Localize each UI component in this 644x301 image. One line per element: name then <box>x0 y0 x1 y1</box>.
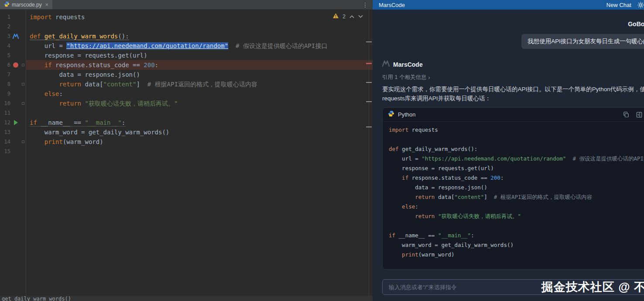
new-chat-button[interactable]: New Chat <box>606 2 631 8</box>
gutter-line[interactable]: 9 <box>0 89 26 99</box>
chat-panel-header: MarsCode New Chat − <box>373 0 644 10</box>
reference-label: 引用 1 个相关信息 <box>382 74 426 81</box>
code-token <box>30 62 45 68</box>
code-token: requests <box>408 127 438 133</box>
code-line: return "获取暖心话失败，请稍后再试。" <box>389 212 644 221</box>
code-token: # 假设这是提供暖心话的API接口 <box>236 42 327 49</box>
run-icon[interactable] <box>10 120 21 125</box>
gutter-line[interactable]: 13 <box>0 127 26 137</box>
code-line: else: <box>389 202 644 212</box>
line-number[interactable]: 12 <box>0 120 10 126</box>
code-token: return <box>415 213 438 219</box>
user-message-bubble: 我想使用API接口为女朋友每日生成一句暖心的话 <box>521 34 644 49</box>
tab-title: marscode.py <box>12 2 42 8</box>
code-block-content[interactable]: import requestsdef get_daily_warm_words(… <box>383 122 644 270</box>
line-number[interactable]: 5 <box>0 52 10 58</box>
fold-marker[interactable] <box>21 64 25 66</box>
tab-marscode-py[interactable]: marscode.py × <box>0 0 52 9</box>
error-stripe-mark[interactable] <box>366 101 372 102</box>
code-line: return data["content"] # 根据API返回的格式，提取暖心… <box>26 79 373 89</box>
gutter-line[interactable]: 8 <box>0 79 26 89</box>
marscode-chat-panel: MarsCode New Chat − GoBoy 我想使用API接口为女朋友每… <box>373 0 644 301</box>
marscode-logo <box>382 60 390 68</box>
code-editor-area[interactable]: import requestsdef get_daily_warm_words(… <box>26 10 373 296</box>
line-number[interactable]: 14 <box>0 139 10 145</box>
line-number[interactable]: 4 <box>0 43 10 49</box>
gutter-line[interactable]: 10 <box>0 99 26 108</box>
code-token <box>30 100 59 107</box>
code-token: : <box>415 203 418 210</box>
gutter-line[interactable]: 6 <box>0 60 26 70</box>
fold-marker[interactable] <box>21 102 25 105</box>
gutter-line[interactable]: 4 <box>0 41 26 51</box>
right-margin-guide <box>369 10 369 296</box>
code-line: data = response.json() <box>26 70 373 79</box>
code-token: url = <box>30 42 66 49</box>
code-line: import requests <box>389 125 644 135</box>
code-token: data[ <box>438 194 455 200</box>
code-token: __name__ == <box>41 119 85 126</box>
code-token: import <box>389 127 408 133</box>
code-token: warm_word = get_daily_warm_words() <box>30 129 169 136</box>
copy-icon[interactable] <box>623 112 629 118</box>
line-number[interactable]: 6 <box>0 62 10 68</box>
editor-gutter[interactable]: 123456789101112131415 <box>0 10 26 296</box>
editor-options-icon[interactable]: ⋮ <box>358 0 373 9</box>
code-token: "https://api.needemand.com/quotation/ran… <box>421 155 566 162</box>
code-token: else <box>45 90 59 97</box>
fold-marker[interactable] <box>21 83 25 86</box>
code-token: else <box>402 203 415 210</box>
code-line: url = "https://api.needemand.com/quotati… <box>389 154 644 164</box>
code-token: "__main__" <box>85 119 121 126</box>
line-number[interactable]: 3 <box>0 33 10 39</box>
next-warning-icon[interactable] <box>358 14 363 20</box>
breakpoint-icon[interactable] <box>10 62 21 68</box>
code-line: def get_daily_warm_words(): <box>389 144 644 154</box>
gutter-line[interactable]: 14 <box>0 137 26 147</box>
line-number[interactable]: 8 <box>0 81 10 87</box>
gutter-line[interactable]: 1 <box>0 12 26 22</box>
fold-marker[interactable] <box>21 140 25 143</box>
gutter-line[interactable]: 7 <box>0 70 26 79</box>
breadcrumb[interactable]: get_daily_warm_words() <box>0 296 373 301</box>
line-number[interactable]: 9 <box>0 91 10 97</box>
code-token: # 根据API返回的格式，提取暖心话内容 <box>147 81 257 88</box>
code-token: data[ <box>85 81 103 88</box>
marscode-gutter-icon[interactable] <box>10 34 21 39</box>
prev-warning-icon[interactable] <box>349 14 354 20</box>
error-stripe-mark[interactable] <box>366 127 372 127</box>
line-number[interactable]: 1 <box>0 14 10 20</box>
gutter-line[interactable]: 5 <box>0 51 26 60</box>
code-line: warm_word = get_daily_warm_words() <box>389 240 644 250</box>
line-number[interactable]: 7 <box>0 72 10 78</box>
code-token: if <box>45 62 55 68</box>
gutter-line[interactable]: 11 <box>0 108 26 118</box>
line-number[interactable]: 13 <box>0 129 10 135</box>
gutter-line[interactable]: 2 <box>0 22 26 31</box>
reference-toggle[interactable]: 引用 1 个相关信息 › <box>382 74 644 81</box>
settings-gear-icon[interactable] <box>637 2 644 8</box>
code-block-header: Python <box>383 108 644 122</box>
code-token: response.status_code == <box>55 62 144 68</box>
code-token: __name__ == <box>399 232 438 239</box>
gutter-line[interactable]: 12 <box>0 118 26 127</box>
line-number[interactable]: 11 <box>0 110 10 116</box>
breakpoint-stripe-mark[interactable] <box>366 63 372 64</box>
line-number[interactable]: 15 <box>0 148 10 154</box>
gutter-line[interactable]: 3 <box>0 31 26 41</box>
code-line: data = response.json() <box>389 183 644 192</box>
line-number[interactable]: 10 <box>0 100 10 106</box>
code-token: 200 <box>490 174 500 181</box>
insert-code-icon[interactable] <box>636 112 642 118</box>
gutter-line[interactable]: 15 <box>0 147 26 156</box>
code-line: response = requests.get(url) <box>389 164 644 173</box>
line-number[interactable]: 2 <box>0 24 10 30</box>
code-line: url = "https://api.needemand.com/quotati… <box>26 41 373 51</box>
code-token <box>30 81 59 88</box>
code-line: print(warm_word) <box>389 250 644 260</box>
error-stripe-mark[interactable] <box>366 82 372 83</box>
close-tab-icon[interactable]: × <box>45 2 48 8</box>
error-stripe-mark[interactable] <box>366 41 372 42</box>
code-line: response = requests.get(url) <box>26 51 373 60</box>
user-row: GoBoy <box>382 19 644 29</box>
